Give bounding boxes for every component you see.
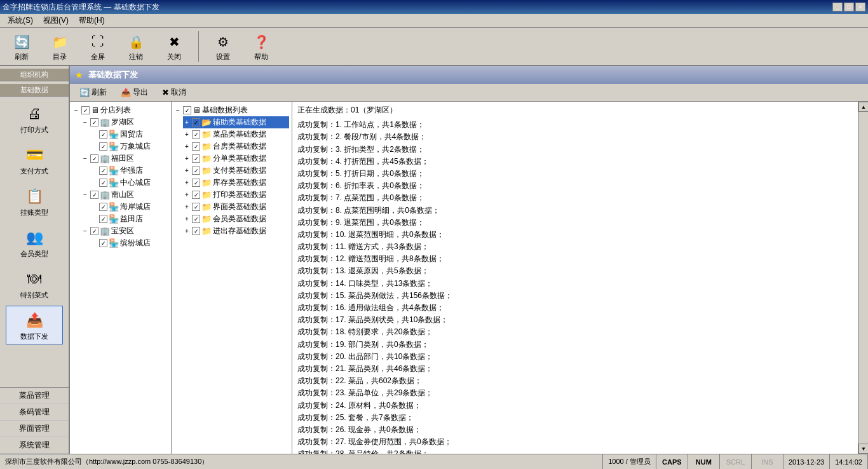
toolbar-logout-button[interactable]: 🔒 注销: [119, 30, 153, 64]
toolbar-fullscreen-label: 全屏: [91, 52, 105, 62]
status-bar: 深圳市三度软件有限公司（http://www.jzzp.com 0755-836…: [0, 454, 868, 469]
log-panel: 正在生成数据：01（罗湖区） 成功复制：1. 工作站点，共1条数据；成功复制：2…: [292, 102, 858, 454]
sub-refresh-label: 刷新: [92, 87, 107, 98]
data-item-ui[interactable]: + ✓ 📁 界面类基础数据: [183, 201, 289, 213]
menu-system[interactable]: 系统(S): [3, 14, 38, 27]
yitian-store: · ✓ 🏪 益田店: [90, 213, 168, 225]
log-entry: 成功复制：3. 折扣类型，共2条数据；: [297, 144, 853, 156]
sidebar-item-payment[interactable]: 💳 支付方式: [6, 140, 63, 179]
huaqiang-store: · ✓ 🏪 华强店: [90, 165, 168, 177]
menu-view[interactable]: 视图(V): [38, 14, 74, 27]
sub-refresh-button[interactable]: 🔄 刷新: [75, 85, 111, 100]
log-entry: 成功复制：7. 点菜范围，共0条数据；: [297, 192, 853, 204]
sidebar-item-system[interactable]: 系统管理: [0, 437, 69, 454]
scroll-down-button[interactable]: ▼: [858, 444, 868, 454]
sidebar-item-barcode[interactable]: 条码管理: [0, 404, 69, 421]
data-item-print[interactable]: + ✓ 📁 打印类基础数据: [183, 189, 289, 201]
sidebar: 组织机构 基础数据 🖨 打印方式 💳 支付方式 📋 挂账类型 👥 会员类型 🍽 …: [0, 66, 70, 454]
title-bar: 金字招牌连锁店后台管理系统 — 基础数据下发 _ □ ×: [0, 0, 868, 14]
sidebar-section-data: 基础数据: [0, 84, 69, 97]
data-item-payment[interactable]: + ✓ 📁 支付类基础数据: [183, 165, 289, 177]
toolbar-close-button[interactable]: ✖ 关闭: [158, 30, 191, 64]
sidebar-item-print[interactable]: 🖨 打印方式: [6, 99, 63, 138]
page-header: ★ 基础数据下发: [70, 66, 868, 84]
datadown-icon: 📤: [23, 309, 46, 332]
toolbar-close-label: 关闭: [167, 52, 181, 62]
toolbar-separator: [198, 31, 199, 62]
data-item-member[interactable]: + ✓ 📁 会员类基础数据: [183, 213, 289, 225]
wanxiangcheng-store: · ✓ 🏪 万象城店: [90, 140, 168, 153]
branch-tree-root: − ✓ 🖥 分店列表: [72, 104, 168, 116]
status-num: NUM: [688, 454, 720, 469]
data-item-dish[interactable]: + ✓ 📁 菜品类基础数据: [183, 128, 289, 140]
data-item-inout[interactable]: + ✓ 📁 进出存基础数据: [183, 225, 289, 237]
nanshan-group: − ✓ 🏢 南山区 · ✓ 🏪 海岸城店 ·: [72, 189, 168, 225]
scrollbar[interactable]: ▲ ▼: [858, 102, 868, 454]
status-ins: INS: [752, 454, 783, 469]
data-tree-root: − ✓ 🖥 基础数据列表: [174, 104, 289, 116]
sidebar-item-ui[interactable]: 界面管理: [0, 421, 69, 437]
log-entry: 成功复制：14. 口味类型，共13条数据；: [297, 278, 853, 290]
log-entry: 成功复制：11. 赠送方式，共3条数据；: [297, 241, 853, 253]
directory-icon: 📁: [50, 32, 70, 52]
data-item-room[interactable]: + ✓ 📁 台房类基础数据: [183, 140, 289, 153]
sidebar-item-credit[interactable]: 📋 挂账类型: [6, 182, 63, 221]
fullscreen-icon: ⛶: [88, 32, 108, 52]
toolbar-settings-button[interactable]: ⚙ 设置: [207, 30, 240, 64]
sidebar-item-member[interactable]: 👥 会员类型: [6, 223, 63, 262]
sub-export-label: 导出: [133, 87, 148, 98]
log-current: 正在生成数据：01（罗湖区）: [297, 104, 853, 116]
toolbar-help-button[interactable]: ❓ 帮助: [245, 30, 278, 64]
log-entry: 成功复制：4. 打折范围，共45条数据；: [297, 156, 853, 168]
log-entry: 成功复制：20. 出品部门，共10条数据；: [297, 351, 853, 363]
baoan-area: − ✓ 🏢 宝安区: [81, 225, 168, 237]
status-scrl: SCRL: [720, 454, 752, 469]
sidebar-label-datadown: 数据下发: [20, 332, 48, 341]
credit-icon: 📋: [23, 185, 46, 208]
scroll-up-button[interactable]: ▲: [858, 102, 868, 112]
refresh-icon: 🔄: [11, 32, 32, 52]
log-entry: 成功复制：24. 原材料，共0条数据；: [297, 400, 853, 412]
sidebar-item-datadown[interactable]: 📤 数据下发: [6, 306, 63, 344]
toolbar-directory-button[interactable]: 📁 目录: [43, 30, 76, 64]
log-entry: 成功复制：19. 部门类别，共0条数据；: [297, 339, 853, 351]
payment-icon: 💳: [23, 144, 46, 167]
sub-export-button[interactable]: 📤 导出: [116, 85, 153, 100]
sub-toolbar: 🔄 刷新 📤 导出 ✖ 取消: [70, 84, 868, 102]
menu-help[interactable]: 帮助(H): [74, 14, 110, 27]
data-item-stock[interactable]: + ✓ 📁 库存类基础数据: [183, 177, 289, 189]
sidebar-label-credit: 挂账类型: [20, 208, 48, 217]
three-panel: − ✓ 🖥 分店列表 − ✓ 🏢 罗湖区 ·: [70, 102, 868, 454]
data-item-aux[interactable]: + ✓ 📂 辅助类基础数据: [183, 116, 289, 128]
log-entry: 成功复制：25. 套餐，共7条数据；: [297, 412, 853, 424]
toolbar-refresh-button[interactable]: 🔄 刷新: [5, 30, 38, 64]
guomao-store: · ✓ 🏪 国贸店: [90, 128, 168, 140]
window-controls: _ □ ×: [832, 3, 865, 11]
close-icon: ✖: [164, 32, 184, 52]
log-entry: 成功复制：28. 菜品特价，共2条数据；: [297, 448, 853, 454]
sidebar-item-dishes[interactable]: 菜品管理: [0, 388, 69, 404]
sub-refresh-icon: 🔄: [79, 88, 90, 97]
log-entry: 成功复制：9. 退菜范围，共0条数据；: [297, 217, 853, 229]
luohu-area: − ✓ 🏢 罗湖区: [81, 116, 168, 128]
data-item-split[interactable]: + ✓ 📁 分单类基础数据: [183, 153, 289, 165]
toolbar-fullscreen-button[interactable]: ⛶ 全屏: [81, 30, 114, 64]
maximize-button[interactable]: □: [844, 3, 854, 11]
sidebar-label-special: 特别菜式: [20, 290, 48, 300]
log-entry: 成功复制：5. 打折日期，共0条数据；: [297, 168, 853, 180]
log-entry: 成功复制：1. 工作站点，共1条数据；: [297, 119, 853, 131]
luohu-group: − ✓ 🏢 罗湖区 · ✓ 🏪 国贸店 ·: [72, 116, 168, 153]
log-entry: 成功复制：21. 菜品类别，共46条数据；: [297, 363, 853, 375]
status-time: 14:14:02: [830, 454, 868, 469]
log-entry: 成功复制：23. 菜品单位，共29条数据；: [297, 387, 853, 399]
scroll-track-area: [858, 112, 868, 444]
sidebar-item-special[interactable]: 🍽 特别菜式: [6, 264, 63, 303]
haiancheng-store: · ✓ 🏪 海岸城店: [90, 201, 168, 213]
close-button[interactable]: ×: [855, 3, 865, 11]
toolbar-settings-label: 设置: [216, 52, 230, 62]
member-icon: 👥: [23, 226, 46, 249]
sub-cancel-button[interactable]: ✖ 取消: [158, 85, 191, 100]
sidebar-section-org: 组织机构: [0, 69, 69, 81]
minimize-button[interactable]: _: [832, 3, 843, 11]
log-entries: 成功复制：1. 工作站点，共1条数据；成功复制：2. 餐段/市别，共4条数据；成…: [297, 119, 853, 454]
